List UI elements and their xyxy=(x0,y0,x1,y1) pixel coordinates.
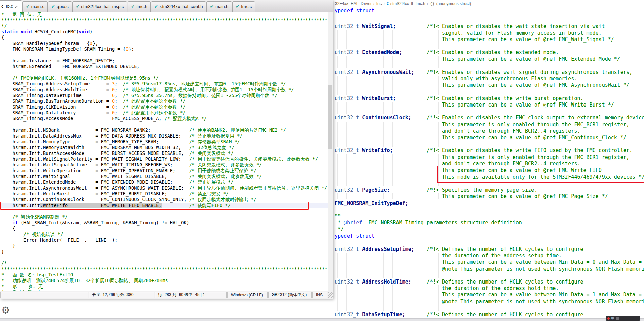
code-line[interactable]: { xyxy=(0,35,328,41)
struct-field-block[interactable]: uint32_t WriteBurst; /*!< Enables or dis… xyxy=(335,95,644,115)
tab-stm32f4xx_hal_msp.c[interactable]: ✔stm32f4xx_hal_msp.c xyxy=(72,1,128,12)
tab-fmc.c[interactable]: ✔fmc.c xyxy=(232,1,255,12)
struct-field-block[interactable]: uint32_t AsynchronousWait; /*!< Enables … xyxy=(335,69,644,95)
code-line[interactable]: * @brief FMC NORSRAM Timing parameters s… xyxy=(335,220,644,226)
code-line[interactable]: This mode is available only for the STM3… xyxy=(335,174,644,180)
code-line[interactable]: ****************************************… xyxy=(0,17,328,23)
code-line[interactable] xyxy=(0,122,328,127)
code-line[interactable]: the duration of the address setup time. xyxy=(335,253,644,259)
code-line[interactable]: hsram.Init.WaitSignalPolarity = FMC_WAIT… xyxy=(0,156,328,162)
code-line[interactable]: FMC_NORSRAM_InitTypeDef; xyxy=(335,200,644,207)
code-line[interactable]: uint32_t WriteBurst; /*!< Enables or dis… xyxy=(335,95,644,102)
code-line[interactable]: hsram.Init.MemoryType = FMC_MEMORY_TYPE_… xyxy=(0,139,328,145)
code-line[interactable]: This parameter can be a value of @ref FM… xyxy=(335,167,644,174)
code-line[interactable] xyxy=(0,69,328,75)
code-line[interactable]: Error_Handler(__FILE__, __LINE__); xyxy=(0,237,328,243)
code-line[interactable] xyxy=(335,239,644,246)
code-line[interactable]: ypedef struct xyxy=(335,7,644,14)
code-line[interactable]: SRAM_Timing.AddressHoldTime = 0; /* 地址保持… xyxy=(0,87,328,93)
code-line[interactable]: the duration of the address hold time. xyxy=(335,285,644,292)
code-line[interactable]: SRAM_Timing.AddressSetupTime = 3; /* 3*5… xyxy=(0,81,328,87)
code-line[interactable]: hsram.Init.MemoryDataWidth = FMC_NORSRAM… xyxy=(0,145,328,150)
code-line[interactable]: and don't care through FMC_BCR2..4 regis… xyxy=(335,128,644,134)
code-line[interactable]: uint32_t ContinuousClock; /*!< Enables o… xyxy=(335,115,644,121)
code-line[interactable]: uint32_t DataSetupTime; /*!< Defines the… xyxy=(335,311,644,318)
status-encoding[interactable]: GB2312 (简体中文) xyxy=(268,292,312,298)
code-line[interactable]: */ xyxy=(335,226,644,233)
code-line[interactable]: and don't care through FMC_BCR2..4 regis… xyxy=(335,161,644,167)
gear-icon[interactable]: ⚙ xyxy=(1,306,10,315)
code-line[interactable]: * 函 数 名: bsp_TestExtIO xyxy=(0,272,328,278)
code-line[interactable]: SRAM_Timing.DataLatency = 0; /* 此配置用不到这个… xyxy=(0,110,328,116)
code-line[interactable] xyxy=(0,52,328,58)
code-line[interactable]: This parameter can be a value of @ref FM… xyxy=(335,82,644,89)
code-line[interactable]: hsram.Extended = FMC_NORSRAM_EXTENDED_DE… xyxy=(0,64,328,69)
code-line[interactable]: uint32_t AddressSetupTime; /*!< Defines … xyxy=(335,246,644,253)
code-line[interactable]: uint32_t AddressHoldTime; /*!< Defines t… xyxy=(335,279,644,285)
code-line[interactable]: SRAM_Timing.DataSetupTime = 6; /* 6*5.95… xyxy=(0,93,328,98)
breadcrumb-item[interactable]: Inc xyxy=(376,1,382,6)
code-line[interactable]: hsram.Init.WaitSignalActive = FMC_WAIT_T… xyxy=(0,162,328,168)
code-line[interactable]: This parameter can be a value between Mi… xyxy=(335,259,644,266)
code-line[interactable]: valid only with asynchronous Flash memor… xyxy=(335,76,644,82)
status-eol-format[interactable]: Windows (CR LF) xyxy=(227,292,268,298)
code-line[interactable]: if (HAL_SRAM_Init(&hsram, &SRAM_Timing, … xyxy=(0,220,328,226)
code-line[interactable]: /* 初始化错误 */ xyxy=(0,231,328,237)
status-insert-mode[interactable]: INS xyxy=(312,292,327,298)
code-line[interactable]: This parameter is only enabled through t… xyxy=(335,122,644,128)
code-line[interactable]: @note This parameter is not used with sy… xyxy=(335,299,644,305)
code-line[interactable]: hsram.Init.DataAddressMux = FMC_DATA_ADD… xyxy=(0,133,328,139)
vscode-editor-panel[interactable]: 32F4xx_HAL_Driver›Inc›Cstm32f4xx_ll_fmc.… xyxy=(333,0,644,321)
code-line[interactable]: This parameter can be a value of @ref FM… xyxy=(335,56,644,62)
code-line[interactable]: hsram.Instance = FMC_NORSRAM_DEVICE; xyxy=(0,58,328,64)
code-line[interactable] xyxy=(0,255,328,260)
code-line[interactable]: /* 初始化SRAM控制器 */ xyxy=(0,214,328,220)
code-line[interactable]: ** xyxy=(335,213,644,220)
code-line[interactable]: hsram.Init.NSBank = FMC_NORSRAM_BANK2; /… xyxy=(0,127,328,133)
code-line[interactable]: hsram.Init.BurstAccessMode = FMC_BURST_A… xyxy=(0,150,328,156)
breadcrumb-item[interactable]: 32F4xx_HAL_Driver xyxy=(335,1,372,6)
struct-field-block[interactable]: uint32_t ContinuousClock; /*!< Enables o… xyxy=(335,115,644,147)
code-line[interactable]: /* FMC使用的HCLK, 主频168MHz, 1个FMC时钟周期就是5.95… xyxy=(0,75,328,81)
code-line[interactable]: SRAM_Timing.CLKDivision = 0; /* 此配置用不到这个… xyxy=(0,104,328,110)
struct-field-block[interactable]: uint32_t ExtendedMode; /*!< Enables or d… xyxy=(335,49,644,69)
code-line[interactable]: hsram.Init.ContinuousClock = FMC_CONTINU… xyxy=(0,197,328,203)
struct-field-block[interactable]: uint32_t WriteFifo; /*!< Enables or disa… xyxy=(335,147,644,187)
code-line[interactable]: This parameter is only enabled through t… xyxy=(335,154,644,161)
code-line[interactable]: hsram.Init.ExtendedMode = FMC_EXTENDED_M… xyxy=(0,179,328,185)
resize-grip[interactable] xyxy=(328,292,333,298)
code-line[interactable] xyxy=(335,207,644,213)
code-line[interactable]: SRAM_Timing.BusTurnAroundDuration = 0; /… xyxy=(0,98,328,104)
code-line[interactable]: /* xyxy=(0,260,328,266)
code-line[interactable]: { xyxy=(0,226,328,231)
code-line[interactable]: ypedef struct xyxy=(335,233,644,239)
breadcrumb[interactable]: 32F4xx_HAL_Driver›Inc›Cstm32f4xx_ll_fmc.… xyxy=(333,0,644,7)
code-line[interactable]: } xyxy=(0,243,328,249)
struct-field-block[interactable]: uint32_t AddressHoldTime; /*!< Defines t… xyxy=(335,279,644,311)
code-line[interactable]: hsram.Init.WriteBurst = FMC_WRITE_BURST_… xyxy=(0,191,328,197)
code-line[interactable]: FMC_NORSRAM_TimingTypeDef SRAM_Timing = … xyxy=(0,46,328,52)
header-file-code-area[interactable]: ypedef structuint32_t WaitSignal; /*!< E… xyxy=(335,7,644,321)
tab-gpio.c[interactable]: ✔gpio.c xyxy=(48,1,72,12)
code-line[interactable]: signal, valid for Flash memory access in… xyxy=(335,30,644,36)
code-line[interactable]: This parameter can be a value of @ref FM… xyxy=(335,134,644,141)
struct-field-block[interactable]: uint32_t WaitSignal; /*!< Enables or dis… xyxy=(335,23,644,49)
code-line[interactable]: uint32_t ExtendedMode; /*!< Enables or d… xyxy=(335,49,644,56)
code-line[interactable]: This parameter can be a value of @ref FM… xyxy=(335,36,644,43)
code-line[interactable]: * 形 参: 无 xyxy=(0,284,328,289)
code-line[interactable]: @note This parameter is not used with sy… xyxy=(335,266,644,272)
code-line[interactable] xyxy=(0,208,328,214)
c-source-code-area[interactable]: * 返 回 值: 无******************************… xyxy=(0,12,328,291)
code-line[interactable]: uint32_t PageSize; /*!< Specifies the me… xyxy=(335,187,644,193)
struct-field-block[interactable]: uint32_t AddressSetupTime; /*!< Defines … xyxy=(335,246,644,279)
code-line[interactable]: * 功能说明: 测试74HC574扩展IO. 32个扩展IO同步翻转, 周期20… xyxy=(0,278,328,284)
tab-fmc.h[interactable]: ✔fmc.h xyxy=(128,1,151,12)
code-line[interactable]: This parameter can be a value of @ref FM… xyxy=(335,193,644,200)
code-line[interactable]: This parameter can be a value of @ref FM… xyxy=(335,102,644,108)
breadcrumb-item[interactable]: stm32f4xx_ll_fmc.h xyxy=(390,1,425,6)
tab-main.h[interactable]: ✔main.h xyxy=(206,1,232,12)
code-line[interactable]: * 返 回 值: 无 xyxy=(0,12,328,17)
code-line[interactable]: hsram.Init.WaitSignal = FMC_WAIT_SIGNAL_… xyxy=(0,174,328,179)
struct-field-block[interactable]: uint32_t PageSize; /*!< Specifies the me… xyxy=(335,187,644,200)
tab-stm32f4xx_hal_conf.h[interactable]: ✔stm32f4xx_hal_conf.h xyxy=(151,1,206,12)
